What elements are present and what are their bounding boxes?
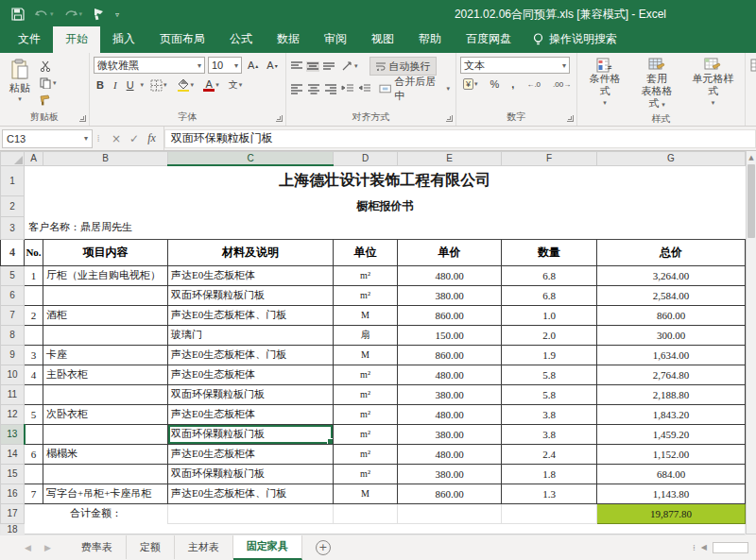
cell-unit[interactable]: m² <box>334 265 398 285</box>
cell-item[interactable]: 酒柜 <box>43 305 168 325</box>
align-right-icon[interactable] <box>324 84 337 94</box>
company-title-cell[interactable]: 上海德壮设计装饰工程有限公司 <box>25 165 746 195</box>
cell-total[interactable]: 2,188.80 <box>597 384 746 404</box>
cell-total[interactable]: 1,152.00 <box>597 444 746 464</box>
cell-item[interactable] <box>43 325 168 345</box>
paste-button[interactable]: 粘贴 ▾ <box>4 57 36 105</box>
font-dialog-launcher[interactable] <box>276 115 283 122</box>
cell-no[interactable] <box>25 464 43 484</box>
format-painter-icon[interactable] <box>93 8 105 21</box>
cell-unit[interactable]: 扇 <box>334 325 398 345</box>
cell-price[interactable]: 150.00 <box>398 325 502 345</box>
clipboard-dialog-launcher[interactable] <box>79 115 86 122</box>
phonetic-guide-icon[interactable]: 文 ▾ <box>226 77 246 93</box>
cell-price[interactable]: 480.00 <box>398 365 502 384</box>
copy-icon[interactable]: ▾ <box>40 76 57 90</box>
total-value-cell[interactable]: 19,877.80 <box>597 503 746 523</box>
tab-data[interactable]: 数据 <box>265 26 312 53</box>
empty-cell[interactable] <box>398 503 502 523</box>
row-header[interactable]: 11 <box>1 384 25 404</box>
row-header-1[interactable]: 1 <box>1 165 25 195</box>
tell-me-search[interactable]: 操作说明搜索 <box>524 26 627 53</box>
underline-button[interactable]: U <box>124 78 137 92</box>
cell-material[interactable]: 双面环保颗粒板门板 <box>168 384 334 404</box>
increase-decimal-icon[interactable]: ←.0 <box>524 79 543 90</box>
row-header[interactable]: 7 <box>1 305 25 325</box>
tab-insert[interactable]: 插入 <box>100 26 147 53</box>
cell-no[interactable]: 6 <box>25 444 43 464</box>
cell-item[interactable] <box>43 384 168 404</box>
conditional-formatting-button[interactable]: ≠ 条件格式 ▾ <box>581 57 628 110</box>
sheet-tab-gudingjiaju[interactable]: 固定家具 <box>233 535 302 560</box>
cell-unit[interactable]: m² <box>334 285 398 305</box>
cell-item[interactable]: 主卧衣柜 <box>43 365 168 384</box>
cell-item[interactable]: 厅柜（业主自购电视柜） <box>43 265 168 285</box>
bold-button[interactable]: B <box>94 78 107 92</box>
add-sheet-icon[interactable]: + <box>316 540 331 555</box>
cell-no[interactable]: 4 <box>25 365 43 384</box>
tab-page-layout[interactable]: 页面布局 <box>147 26 217 53</box>
tab-review[interactable]: 审阅 <box>312 26 359 53</box>
cell-no[interactable] <box>25 325 43 345</box>
cell-unit[interactable]: M <box>334 305 398 325</box>
align-center-icon[interactable] <box>307 84 320 94</box>
row-header-17[interactable]: 17 <box>1 503 25 523</box>
cell-total[interactable]: 2,584.00 <box>597 285 746 305</box>
cell-total[interactable]: 1,143.80 <box>597 484 746 503</box>
cell-unit[interactable]: m² <box>334 444 398 464</box>
header-total[interactable]: 总价 <box>597 239 746 265</box>
row-header-18[interactable]: 18 <box>1 523 25 535</box>
vertical-scrollbar[interactable]: ▲ <box>746 151 756 534</box>
save-icon[interactable] <box>11 8 25 21</box>
tab-file[interactable]: 文件 <box>6 26 53 53</box>
cell-styles-button[interactable]: 单元格样式 ▾ <box>685 57 741 110</box>
alignment-dialog-launcher[interactable] <box>446 115 453 122</box>
confirm-entry-icon[interactable]: ✓ <box>129 132 139 145</box>
cell-material[interactable]: 声达E0生态板柜体 <box>168 404 334 424</box>
insert-function-icon[interactable]: fx <box>147 131 156 145</box>
col-header-D[interactable]: D <box>334 152 398 166</box>
cell-item[interactable] <box>43 424 168 444</box>
format-brush-icon[interactable] <box>40 93 57 107</box>
cell-no[interactable] <box>25 424 43 444</box>
cell-qty[interactable]: 1.3 <box>502 484 597 503</box>
cell-no[interactable]: 7 <box>25 484 43 503</box>
cell-price[interactable]: 860.00 <box>398 345 502 365</box>
row-header[interactable]: 10 <box>1 365 25 384</box>
cell-price[interactable]: 380.00 <box>398 464 502 484</box>
underline-dropdown-icon[interactable]: ▾ <box>141 81 145 89</box>
comma-style-icon[interactable]: , <box>508 77 517 91</box>
cell-qty[interactable]: 3.8 <box>502 424 597 444</box>
orientation-icon[interactable]: ▾ <box>338 59 361 73</box>
tab-baidu-netdisk[interactable]: 百度网盘 <box>454 26 524 53</box>
font-name-select[interactable]: 微软雅黑▾ <box>94 57 205 74</box>
tab-help[interactable]: 帮助 <box>406 26 454 53</box>
row-header[interactable]: 15 <box>1 464 25 484</box>
row-header-2[interactable]: 2 <box>1 195 25 216</box>
cell-qty[interactable]: 3.8 <box>502 404 597 424</box>
undo-icon[interactable]: ▾ <box>35 8 54 20</box>
cell-total[interactable]: 300.00 <box>597 325 746 345</box>
cell-item[interactable] <box>43 285 168 305</box>
col-header-F[interactable]: F <box>502 152 597 166</box>
empty-cell[interactable] <box>334 503 398 523</box>
cell-material[interactable]: 双面环保颗粒板门板 <box>168 285 334 305</box>
row-header[interactable]: 16 <box>1 484 25 503</box>
cell-price[interactable]: 380.00 <box>398 384 502 404</box>
cell-total[interactable]: 3,264.00 <box>597 265 746 285</box>
increase-indent-icon[interactable] <box>358 84 371 94</box>
cell-unit[interactable]: m² <box>334 384 398 404</box>
name-box[interactable]: C13 ▾ <box>2 129 93 148</box>
font-size-select[interactable]: 10▾ <box>208 57 242 74</box>
cell-material[interactable]: 声达E0生态板柜体、门板 <box>168 345 334 365</box>
align-middle-icon[interactable] <box>306 61 319 72</box>
cell-unit[interactable]: M <box>334 484 398 503</box>
cell-material[interactable]: 声达E0生态板柜体、门板 <box>168 484 334 503</box>
namebox-splitter[interactable]: ⁞ <box>93 133 104 144</box>
fill-color-icon[interactable]: ▾ <box>174 77 198 93</box>
cell-unit[interactable]: m² <box>334 424 398 444</box>
cell-total[interactable]: 1,843.20 <box>597 404 746 424</box>
cell-item[interactable]: 卡座 <box>43 345 168 365</box>
cell-unit[interactable]: M <box>334 345 398 365</box>
cell-price[interactable]: 480.00 <box>398 404 502 424</box>
